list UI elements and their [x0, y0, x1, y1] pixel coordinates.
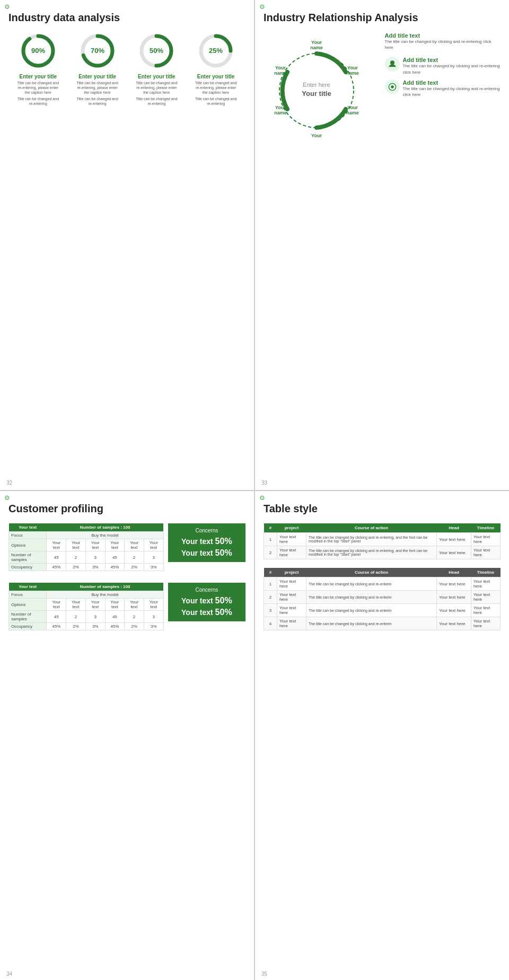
ts-table-2: # project Course of action Head Timeline…: [264, 568, 501, 630]
options-label: Options: [9, 539, 47, 551]
ns-2: 2: [66, 551, 86, 564]
th-timeline: Timeline: [471, 523, 501, 533]
svg-text:name: name: [346, 70, 359, 76]
slide-35: ⚙ Table style # project Course of action…: [255, 491, 509, 980]
add-desc-2: The title can be changed by clicking and…: [403, 63, 501, 75]
rel-container: Enter here Your title Your name Your nam…: [264, 32, 501, 128]
svg-point-27: [390, 61, 394, 65]
th-project: project: [277, 523, 306, 533]
donut-label-3: Enter your title: [135, 74, 178, 79]
add-title-3: Add title text: [403, 79, 501, 86]
cp-table-2: Your text Number of samples : 100 Focus …: [8, 583, 164, 630]
add-desc-1: The title can be changed by clicking and…: [385, 39, 501, 50]
cp-split-2: Your text Number of samples : 100 Focus …: [8, 583, 245, 635]
donut-desc-3: Title can be changed and re-entering, pl…: [135, 81, 178, 95]
donut-desc3b-3: Title can be changed and re-entering: [135, 96, 178, 106]
svg-text:90%: 90%: [31, 47, 45, 55]
svg-text:Your: Your: [311, 133, 322, 138]
svg-text:50%: 50%: [150, 47, 163, 55]
occ-1: 45%: [47, 564, 66, 571]
cp-split-1: Your text Number of samples : 100 Focus …: [8, 523, 245, 575]
th2-head: Head: [437, 568, 471, 577]
rel-info: Add title text The title can be changed …: [385, 32, 501, 128]
svg-text:Your title: Your title: [302, 90, 331, 97]
donut-label-1: Enter your title: [17, 74, 59, 79]
svg-text:Enter here: Enter here: [303, 82, 330, 88]
buy-cell-2: Buy the model: [47, 591, 163, 599]
slide-title-33: Industry Relationship Analysis: [264, 12, 501, 24]
th2-action: Course of action: [306, 568, 437, 577]
slide-34: ⚙ Customer profiling Your text Number of…: [0, 491, 254, 980]
concerns-1: Concerns Your text 50% Your text 50%: [168, 523, 245, 562]
donut-item-1: 90% Enter your title Title can be change…: [17, 32, 59, 106]
slide-icon-35: ⚙: [259, 494, 268, 503]
slide-title-34: Customer profiling: [8, 503, 245, 515]
options-label-2: Options: [9, 599, 47, 611]
cp-table-1: Your text Number of samples : 100 Focus …: [8, 523, 164, 571]
donut-desc1b-1: Title can be changed and re-entering: [17, 96, 59, 106]
slide-icon-33: ⚙: [259, 3, 268, 12]
rel-icon-shape-1: [385, 57, 400, 72]
opt-1: Your text: [47, 539, 66, 551]
opt-5: Your text: [125, 539, 144, 551]
opt-6: Your text: [144, 539, 163, 551]
table-row: 1 Your text here The title can be change…: [264, 533, 501, 546]
slide-title-32: Industry data analysis: [8, 12, 245, 24]
donut-desc-1: Title can be changed and re-entering, pl…: [17, 81, 59, 95]
focus-cell: Focus: [9, 532, 47, 539]
th-your-text: Your text: [9, 523, 47, 532]
th-num: #: [264, 523, 277, 533]
table-row: 4 Your text here The title can be change…: [264, 617, 501, 630]
slide-33: ⚙ Industry Relationship Analysis Enter h…: [255, 0, 509, 490]
buy-cell: Buy the model: [47, 532, 163, 539]
rel-icon-row-1: Add title text The title can be changed …: [385, 57, 501, 75]
donut-desc-4: Title can be changed and re-entering, pl…: [195, 81, 237, 95]
occ-label: Occupancy: [9, 564, 47, 571]
donut-item-3: 50% Enter your title Title can be change…: [135, 32, 178, 106]
add-desc-3: The title can be changed by clicking and…: [403, 86, 501, 97]
th-your-text-2: Your text: [9, 583, 47, 591]
slide-icon-32: ⚙: [4, 3, 13, 12]
occ-3: 3%: [85, 564, 105, 571]
pct-2: Your text 50%: [172, 548, 241, 558]
rel-icon-row-2: Add title text The title can be changed …: [385, 79, 501, 97]
rel-icon-shape-2: [385, 79, 400, 94]
th-head: Head: [437, 523, 471, 533]
donut-label-2: Enter your title: [76, 74, 119, 79]
slide-num-33: 33: [261, 480, 267, 486]
pct-3: Your text 50%: [172, 596, 241, 605]
occ-6: 3%: [144, 564, 163, 571]
focus-cell-2: Focus: [9, 591, 47, 599]
th2-num: #: [264, 568, 277, 577]
th2-timeline: Timeline: [471, 568, 501, 577]
donut-desc-2: Title can be changed and re-entering, pl…: [76, 81, 119, 95]
svg-text:Your: Your: [347, 65, 358, 70]
add-title-1: Add title text: [385, 32, 501, 39]
svg-text:name: name: [274, 110, 287, 115]
table-row: 3 Your text here The title can be change…: [264, 604, 501, 617]
table-row: 2 Your text here The title can be change…: [264, 546, 501, 559]
slide-num-32: 32: [6, 480, 12, 486]
svg-text:25%: 25%: [209, 47, 223, 55]
donut-item-2: 70% Enter your title Title can be change…: [76, 32, 119, 106]
occ-2: 2%: [66, 564, 86, 571]
occ-label-2: Occupancy: [9, 623, 47, 630]
occ-4: 45%: [105, 564, 125, 571]
occ-5: 2%: [125, 564, 144, 571]
opt-3: Your text: [85, 539, 105, 551]
svg-text:name: name: [274, 70, 287, 76]
num-samples-label-2: Number of samples: [9, 611, 47, 623]
donut-desc4b-4: Title can be changed and re-entering: [195, 96, 237, 106]
slide-icon-34: ⚙: [4, 494, 13, 503]
th-samples: Number of samples : 100: [47, 523, 163, 532]
cp-right-1: Concerns Your text 50% Your text 50%: [168, 523, 245, 575]
table-row: 2 Your text here The title can be change…: [264, 591, 501, 604]
donut-desc2b-2: Title can be changed and re-entering: [76, 96, 119, 106]
pct-4: Your text 50%: [172, 608, 241, 617]
table-row: 1 Your text here The title can be change…: [264, 577, 501, 591]
cp-right-2: Concerns Your text 50% Your text 50%: [168, 583, 245, 635]
slide-num-34: 34: [6, 971, 12, 977]
ns-5: 2: [125, 551, 144, 564]
slide-num-35: 35: [261, 971, 267, 977]
th2-project: project: [277, 568, 306, 577]
